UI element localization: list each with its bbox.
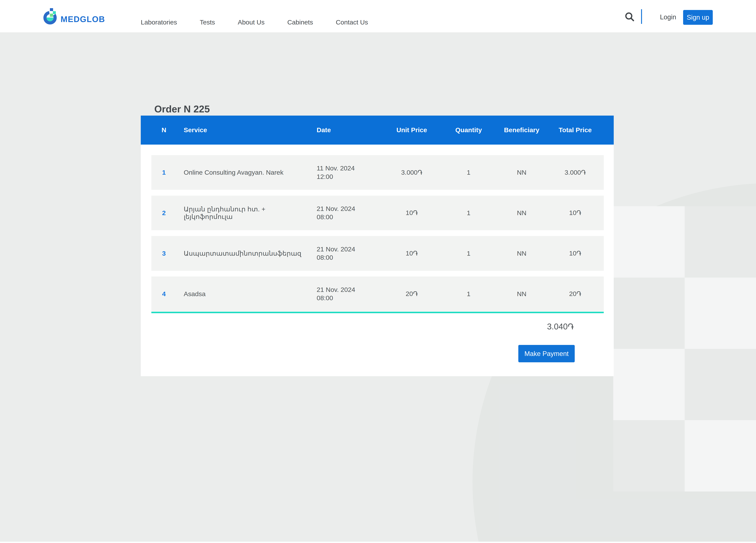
total-price-cell: 3.000֏: [547, 169, 604, 176]
bottom-strip: [0, 542, 756, 543]
order-total-amount: 3.040֏: [547, 322, 574, 331]
beneficiary-cell: NN: [497, 290, 547, 297]
date-line-2: 08:00: [317, 254, 383, 262]
table-row: 2 Արյան ընդհանուր հտ. + լեյկոֆորմուլա 21…: [151, 196, 604, 231]
date-line-1: 21 Nov. 2024: [317, 205, 383, 213]
row-number: 4: [151, 290, 176, 297]
top-header: MEDGLOB Laboratories Tests About Us Cabi…: [0, 0, 756, 32]
beneficiary-cell: NN: [497, 169, 547, 176]
column-header-total-price: Total Price: [547, 126, 604, 134]
brand-logo[interactable]: MEDGLOB: [43, 8, 105, 25]
date-cell: 21 Nov. 2024 08:00: [311, 245, 383, 262]
date-line-2: 08:00: [317, 213, 383, 221]
background-checker-square: [685, 206, 756, 277]
date-line-1: 21 Nov. 2024: [317, 245, 383, 254]
search-button[interactable]: [624, 12, 635, 22]
nav-item-cabinets[interactable]: Cabinets: [287, 19, 313, 26]
date-cell: 21 Nov. 2024 08:00: [311, 285, 383, 302]
background-checker-square: [613, 206, 685, 277]
logo-pixel-blue: [50, 8, 53, 11]
service-cell: Asadsa: [176, 290, 310, 297]
date-line-2: 08:00: [317, 294, 383, 302]
unit-price-cell: 10֏: [383, 250, 441, 257]
login-link[interactable]: Login: [660, 13, 676, 21]
table-row: 4 Asadsa 21 Nov. 2024 08:00 20֏ 1 NN 20֏: [151, 276, 604, 311]
table-row: 3 Ասպարտատամինոտրանսֆերազ 21 Nov. 2024 0…: [151, 236, 604, 271]
row-number: 2: [151, 209, 176, 217]
page-title: Order N 225: [154, 103, 210, 115]
column-header-date: Date: [311, 126, 383, 134]
total-price-cell: 10֏: [547, 250, 604, 257]
row-number: 3: [151, 250, 176, 257]
date-cell: 21 Nov. 2024 08:00: [311, 205, 383, 221]
table-header-row: N Service Date Unit Price Quantity Benef…: [141, 116, 614, 145]
unit-price-cell: 10֏: [383, 209, 441, 217]
make-payment-button[interactable]: Make Payment: [518, 345, 575, 362]
column-header-beneficiary: Beneficiary: [497, 126, 547, 134]
service-cell: Արյան ընդհանուր հտ. + լեյկոֆորմուլա: [176, 205, 310, 221]
order-card: N Service Date Unit Price Quantity Benef…: [141, 116, 614, 376]
column-header-service: Service: [176, 126, 310, 134]
background-checker-square: [685, 349, 756, 420]
header-divider: [641, 9, 642, 24]
total-price-cell: 20֏: [547, 290, 604, 297]
column-header-n: N: [151, 126, 176, 134]
nav-item-tests[interactable]: Tests: [200, 19, 215, 26]
nav-item-contact-us[interactable]: Contact Us: [336, 19, 368, 26]
background-checker-square: [613, 277, 685, 349]
quantity-cell: 1: [441, 250, 497, 257]
quantity-cell: 1: [441, 169, 497, 176]
brand-name: MEDGLOB: [61, 15, 105, 24]
background-checker-square: [613, 420, 685, 491]
beneficiary-cell: NN: [497, 250, 547, 257]
column-header-quantity: Quantity: [441, 126, 497, 134]
signup-button[interactable]: Sign up: [683, 10, 713, 25]
background-checkerboard: [613, 206, 756, 491]
date-line-1: 11 Nov. 2024: [317, 164, 383, 172]
quantity-cell: 1: [441, 290, 497, 297]
total-price-cell: 10֏: [547, 209, 604, 217]
beneficiary-cell: NN: [497, 209, 547, 217]
quantity-cell: 1: [441, 209, 497, 217]
search-icon: [624, 12, 635, 22]
background-checker-square: [685, 277, 756, 349]
column-header-unit-price: Unit Price: [383, 126, 441, 134]
date-cell: 11 Nov. 2024 12:00: [311, 164, 383, 181]
medglob-logo-icon: [43, 8, 57, 25]
unit-price-cell: 20֏: [383, 290, 441, 297]
logo-pixel-green: [50, 14, 53, 17]
table-body: 1 Online Consulting Avagyan. Narek 11 No…: [141, 145, 614, 311]
service-cell: Ասպարտատամինոտրանսֆերազ: [176, 250, 310, 257]
main-nav: Laboratories Tests About Us Cabinets Con…: [141, 19, 368, 26]
unit-price-cell: 3.000֏: [383, 169, 441, 176]
background-checker-square: [613, 349, 685, 420]
date-line-2: 12:00: [317, 173, 383, 181]
background-checker-square: [685, 420, 756, 491]
nav-item-about-us[interactable]: About Us: [238, 19, 264, 26]
logo-pixel-teal: [53, 11, 56, 14]
table-bottom-accent-line: [151, 312, 604, 313]
service-cell: Online Consulting Avagyan. Narek: [176, 169, 310, 176]
nav-item-laboratories[interactable]: Laboratories: [141, 19, 177, 26]
row-number: 1: [151, 169, 176, 176]
table-row: 1 Online Consulting Avagyan. Narek 11 No…: [151, 155, 604, 190]
date-line-1: 21 Nov. 2024: [317, 285, 383, 294]
